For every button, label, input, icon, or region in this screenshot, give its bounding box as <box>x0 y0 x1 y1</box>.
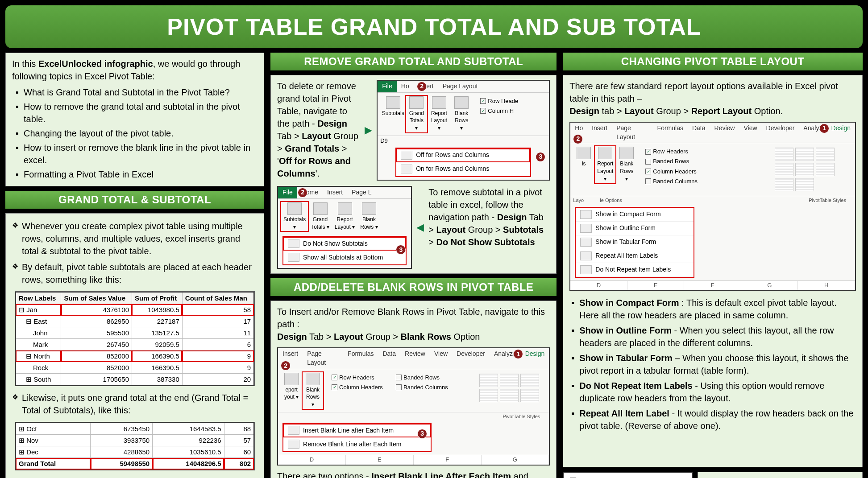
ribbon-tab[interactable]: File <box>278 187 297 198</box>
ribbon-button[interactable]: BlankRows ▾ <box>616 146 637 183</box>
sec-remove-body: To delete or remove grand total in Pivot… <box>270 75 557 274</box>
list-item: Repeat All Item Label - It would display… <box>569 406 856 433</box>
styles-gallery-2[interactable] <box>773 146 852 193</box>
menu-item[interactable]: Do Not Show Subtotals <box>283 237 406 251</box>
checkbox-option[interactable]: Banded Columns <box>645 177 708 185</box>
page-title: PIVOT TABLE GRAND TOTAL AND SUB TOTAL <box>5 5 863 48</box>
menu-item[interactable]: Show in Compact Form <box>576 208 694 222</box>
remove-gt-text: To delete or remove grand total in Pivot… <box>277 80 360 180</box>
list-item: Show in Tabular Form – When you choose t… <box>569 350 856 378</box>
ribbon-button[interactable]: BlankRows ▾ <box>451 95 472 133</box>
list-item: How to insert or remove the blank line i… <box>15 140 257 167</box>
sec-gtst-body: Whenever you create complex pivot table … <box>5 213 264 478</box>
ribbon-button[interactable]: ReportLayout ▾ <box>332 202 357 232</box>
menu-item[interactable]: Show in Outline Form <box>576 222 694 235</box>
ribbon-tab[interactable]: File <box>378 81 397 92</box>
blank-ribbon: InsertPage LayoutFormulasDataReviewViewD… <box>277 347 550 465</box>
checkbox-option[interactable]: Banded Rows <box>396 374 458 382</box>
pivot-table-2: ⊞ Oct67354501644583.588⊞ Nov393375092223… <box>15 422 255 470</box>
list-item: Show in Outline Form - When you select t… <box>569 323 856 350</box>
ribbon-button[interactable]: ReportLayout ▾ <box>594 146 616 183</box>
ribbon-tab[interactable]: Page L <box>347 187 376 198</box>
menu-item[interactable]: Remove Blank Line after Each Item <box>283 437 431 451</box>
ribbon-button[interactable]: Subtotals <box>380 95 406 133</box>
ribbon-tab[interactable]: Insert <box>587 123 612 143</box>
ribbon-tab[interactable]: Review <box>710 123 739 143</box>
arrow-left-icon: ◀ <box>416 221 424 235</box>
menu-item[interactable]: Repeat All Item Labels <box>576 249 694 263</box>
list-item: What is Grand Total and Subtotal in the … <box>15 85 257 99</box>
style-opts-box: ✓Row HeadersBanded Rows✓Column HeadersBa… <box>563 472 693 478</box>
layout-ribbon: HoInsertPage LayoutFormulasDataReviewVie… <box>569 122 856 291</box>
ribbon-tab[interactable]: Ho <box>397 81 414 92</box>
step-badge-1d: 1 <box>819 124 829 133</box>
checkbox-option[interactable]: ✓Row Headers <box>645 148 708 156</box>
blank-text1: To Insert and/or Remove Blank Rows in Pi… <box>277 305 550 343</box>
ribbon-button[interactable]: eportyout ▾ <box>281 372 302 409</box>
ribbon-tab[interactable]: Page Layout <box>612 123 652 143</box>
style-opts-row: ✓Row HeadersBanded Rows✓Column HeadersBa… <box>563 472 863 478</box>
remove-gt-ribbon: FileHoInsertPage Layout SubtotalsGrandTo… <box>377 80 550 181</box>
ribbon-tab[interactable]: Developer <box>452 348 490 368</box>
ribbon-tab[interactable]: Data <box>688 123 710 143</box>
ribbon-button[interactable]: Subtotals▾ <box>281 202 308 232</box>
list-item: Do Not Repeat Item Labels - Using this o… <box>569 378 856 406</box>
gtst-b3: Likewise, it puts one grand total at the… <box>12 390 257 418</box>
styles-gallery[interactable] <box>478 372 547 404</box>
sec-gtst-header: GRAND TOTAL & SUBTOTAL <box>5 191 264 209</box>
checkbox-option[interactable]: ✓Column Headers <box>332 383 394 391</box>
ribbon-button[interactable]: BlankRows ▾ <box>302 372 324 409</box>
menu-item[interactable]: Do Not Repeat Item Labels <box>576 263 694 277</box>
intro-lead: In this ExcelUnlocked infographic, we wo… <box>12 58 257 82</box>
checkbox-option[interactable]: ✓Row Headers <box>332 374 394 382</box>
ribbon-button[interactable]: BlankRows ▾ <box>357 202 380 232</box>
ribbon-tab[interactable]: Page Layout <box>438 81 482 92</box>
col-mid: REMOVE GRAND TOTAL AND SUBTOTAL To delet… <box>270 53 557 478</box>
ribbon-tab[interactable]: View <box>739 123 761 143</box>
sec-blank-header: ADD/DELETE BLANK ROWS IN PIVOT TABLE <box>270 278 557 296</box>
ribbon-tab[interactable]: Page Layout <box>303 348 343 368</box>
cell-ref: D9 <box>378 136 549 146</box>
col-left: In this ExcelUnlocked infographic, we wo… <box>5 53 264 478</box>
checkbox-option[interactable]: ✓Column H <box>480 107 543 115</box>
step-badge-3c: 3 <box>417 429 427 439</box>
checkbox-option[interactable]: ✓Row Heade <box>480 97 543 105</box>
list-item: Changing the layout of the pivot table. <box>15 126 257 140</box>
ribbon-tab[interactable]: Design <box>826 123 855 143</box>
ribbon-tab[interactable]: Formulas <box>653 123 688 143</box>
sec-layout-header: CHANGING PIVOT TABLE LAYOUT <box>563 53 863 70</box>
list-item: Show in Compact Form : This is default e… <box>569 295 856 323</box>
sec-remove-header: REMOVE GRAND TOTAL AND SUBTOTAL <box>270 53 557 70</box>
ribbon-button[interactable]: ls <box>573 146 594 183</box>
sec-layout-body: There are few standard report layout opt… <box>563 75 863 467</box>
ribbon-tab[interactable]: Developer <box>762 123 799 143</box>
remove-st-ribbon: FileHomeInsertPage L Subtotals▾GrandTota… <box>277 186 412 269</box>
ribbon-button[interactable]: GrandTotals ▾ <box>308 202 332 232</box>
style-opts-desc: These are other pivot table style format… <box>698 472 863 478</box>
checkbox-option[interactable]: Banded Rows <box>645 157 708 165</box>
list-item: How to remove the grand total and subtot… <box>15 99 257 126</box>
menu-item[interactable]: On for Rows and Columns <box>396 162 530 176</box>
ribbon-tab[interactable]: Review <box>400 348 430 368</box>
sec-blank-body: To Insert and/or Remove Blank Rows in Pi… <box>270 301 557 478</box>
checkbox-option[interactable]: Banded Columns <box>396 383 458 391</box>
menu-item[interactable]: Show in Tabular Form <box>576 235 694 249</box>
ribbon-button[interactable]: GrandTotals ▾ <box>406 95 428 133</box>
checkbox-option[interactable]: ✓Column Headers <box>645 168 708 176</box>
ribbon-button[interactable]: ReportLayout ▾ <box>428 95 451 133</box>
ribbon-tab[interactable]: View <box>430 348 452 368</box>
gtst-b2: By default, pivot table subtotals are pl… <box>12 259 257 288</box>
layout-text1: There are few standard report layout opt… <box>569 80 856 117</box>
ribbon-tab[interactable]: Design <box>521 348 549 368</box>
col-right: CHANGING PIVOT TABLE LAYOUT There are fe… <box>563 53 863 478</box>
ribbon-tab[interactable]: Data <box>378 348 400 368</box>
layout-options-list: Show in Compact Form : This is default e… <box>569 295 856 433</box>
menu-item[interactable]: Show all Subtotals at Bottom <box>283 251 406 264</box>
menu-item[interactable]: Off for Rows and Columns <box>396 148 530 162</box>
blank-text2: There are two options - Insert Blank Lin… <box>277 470 550 478</box>
ribbon-tab[interactable]: Insert <box>323 187 347 198</box>
menu-item[interactable]: Insert Blank Line after Each Item <box>283 424 431 437</box>
pivot-table-1: Row LabelsSum of Sales ValueSum of Profi… <box>15 291 255 386</box>
gtst-b1: Whenever you create complex pivot table … <box>12 218 257 259</box>
ribbon-tab[interactable]: Formulas <box>343 348 378 368</box>
